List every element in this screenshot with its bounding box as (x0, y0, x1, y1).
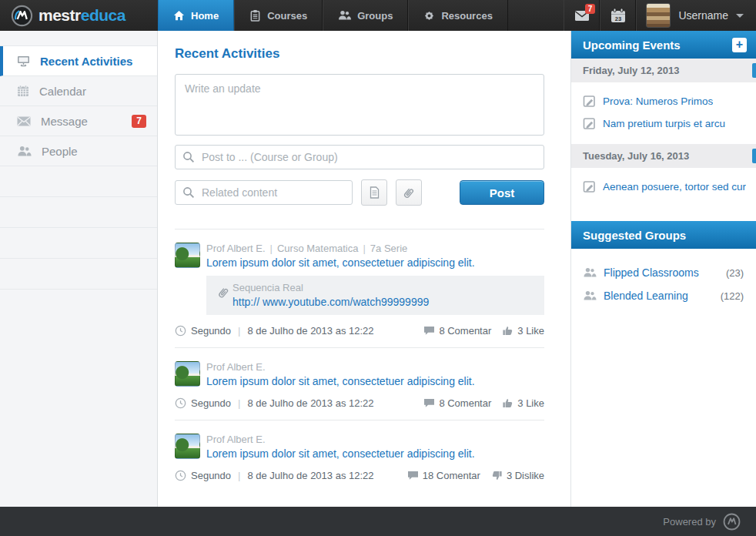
author-name: Prof Albert E. (206, 434, 266, 445)
groups-people-icon (338, 10, 351, 21)
comments-link[interactable]: 8 Comentar (423, 397, 491, 409)
brand-logo[interactable]: mestreduca (0, 0, 158, 31)
event-item[interactable]: Aenean posuere, tortor sed cur (571, 176, 756, 198)
update-textarea[interactable] (175, 74, 544, 136)
tab-home[interactable]: Home (158, 0, 234, 31)
message-count-badge: 7 (132, 115, 146, 128)
feed-meta: Prof Albert E. (206, 361, 475, 373)
people-icon (17, 146, 32, 157)
dislike-link[interactable]: 3 Dislike (491, 470, 544, 481)
paperclip-icon (401, 185, 416, 201)
time-ago: Segundo (191, 470, 231, 481)
tab-label: Resources (441, 10, 492, 22)
sidebar-empty-row (0, 166, 157, 197)
attachment-url-link[interactable]: http:// www.youtube.com/watch99999999 (232, 296, 429, 308)
event-pencil-icon (583, 117, 596, 130)
event-item[interactable]: Nam pretium turpis et arcu (571, 112, 756, 135)
tab-resources[interactable]: Resources (408, 0, 507, 31)
like-link[interactable]: 3 Like (502, 397, 544, 409)
main-content: Recent Activities (158, 31, 571, 507)
sidebar-item-label: Calendar (39, 85, 86, 98)
group-item[interactable]: Blended Learning (122) (571, 284, 756, 307)
feed-meta: Prof Albert E.|Curso Matematica|7a Serie (206, 243, 475, 254)
search-icon (182, 186, 195, 202)
content-layout: Recent Activities Calendar (0, 31, 756, 507)
attach-link-button[interactable] (396, 179, 422, 206)
group-item[interactable]: Flipped Classrooms (23) (571, 261, 756, 284)
post-title-link[interactable]: Lorem ipsum dolor sit amet, consectetuer… (206, 375, 475, 387)
time-ago: Segundo (191, 397, 231, 409)
group-people-icon (583, 290, 597, 301)
feed-item: Prof Albert E.|Curso Matematica|7a Serie… (175, 229, 544, 347)
left-sidebar: Recent Activities Calendar (0, 31, 158, 507)
page-footer: Powered by (0, 507, 756, 536)
post-button[interactable]: Post (460, 180, 544, 205)
calendar-icon: 23 (610, 8, 627, 24)
add-event-button[interactable]: + (732, 38, 747, 52)
comment-icon (423, 398, 435, 408)
sidebar-empty-row (0, 197, 157, 228)
feed-item: Prof Albert E. Lorem ipsum dolor sit ame… (175, 420, 544, 492)
add-event-edge-button[interactable] (752, 63, 756, 78)
author-avatar[interactable] (175, 243, 200, 268)
thumb-up-icon (502, 397, 513, 409)
username-label: Username (678, 9, 728, 22)
thumb-up-icon (502, 325, 513, 337)
related-content-input[interactable] (175, 180, 353, 205)
sidebar-item-message[interactable]: Message 7 (0, 106, 157, 136)
calendar-button[interactable]: 23 (600, 0, 636, 31)
post-to-input[interactable] (175, 145, 544, 169)
tab-label: Home (191, 10, 219, 22)
panel-title: Upcoming Events (583, 39, 681, 52)
like-link[interactable]: 3 Like (502, 325, 544, 337)
event-date-row: Friday, July 12, 2013 (571, 59, 756, 82)
sidebar-item-label: Recent Activities (40, 55, 132, 68)
add-event-edge-button[interactable] (752, 149, 756, 163)
author-avatar[interactable] (175, 434, 200, 459)
panel-gap (571, 207, 756, 221)
author-avatar[interactable] (175, 361, 200, 387)
attachment-name: Sequencia Real (232, 282, 429, 293)
panel-title: Suggested Groups (583, 229, 686, 242)
nav-tabs: Home Courses (158, 0, 508, 31)
comments-link[interactable]: 8 Comentar (423, 325, 491, 337)
attach-document-button[interactable] (361, 179, 387, 206)
sidebar-item-recent-activities[interactable]: Recent Activities (0, 46, 157, 76)
tab-groups[interactable]: Groups (323, 0, 408, 31)
post-date: 8 de Julho de 2013 as 12:22 (247, 325, 373, 337)
clock-icon (175, 470, 186, 481)
sidebar-item-label: People (42, 145, 78, 158)
search-icon (182, 151, 195, 166)
feed-item: Prof Albert E. Lorem ipsum dolor sit ame… (175, 347, 544, 420)
feed-footer: Segundo | 8 de Julho de 2013 as 12:22 8 … (175, 325, 544, 337)
app-window: mestreduca Home Courses (0, 0, 756, 536)
sidebar-item-calendar[interactable]: Calendar (0, 76, 157, 106)
event-list: Aenean posuere, tortor sed cur (571, 168, 756, 207)
group-member-count: (23) (726, 267, 744, 279)
envelope-icon (17, 116, 31, 126)
feed-meta: Prof Albert E. (206, 434, 475, 445)
event-item[interactable]: Prova: Numeros Primos (571, 90, 756, 112)
tab-label: Groups (357, 10, 393, 22)
serie-name: 7a Serie (370, 243, 407, 254)
comments-link[interactable]: 18 Comentar (407, 470, 480, 481)
related-content-wrap (175, 180, 353, 205)
comment-icon (407, 471, 419, 481)
time-ago: Segundo (191, 325, 231, 337)
course-name: Curso Matematica (277, 243, 358, 254)
user-menu[interactable]: Username (636, 0, 756, 31)
sidebar-item-people[interactable]: People (0, 136, 157, 166)
sidebar-spacer (0, 31, 157, 46)
clock-icon (175, 397, 186, 409)
tab-courses[interactable]: Courses (234, 0, 323, 31)
suggested-group-list: Flipped Classrooms (23) Blended Learning… (571, 249, 756, 320)
post-title-link[interactable]: Lorem ipsum dolor sit amet, consectetuer… (206, 447, 475, 460)
document-icon (370, 186, 380, 199)
author-name: Prof Albert E. (206, 361, 266, 373)
chevron-down-icon (736, 14, 744, 18)
post-date: 8 de Julho de 2013 as 12:22 (247, 397, 373, 409)
composer-actions-row: Post (175, 179, 544, 206)
messages-button[interactable]: 7 (564, 0, 600, 31)
post-composer: Post (175, 74, 544, 206)
post-title-link[interactable]: Lorem ipsum dolor sit amet, consectetuer… (206, 256, 475, 269)
